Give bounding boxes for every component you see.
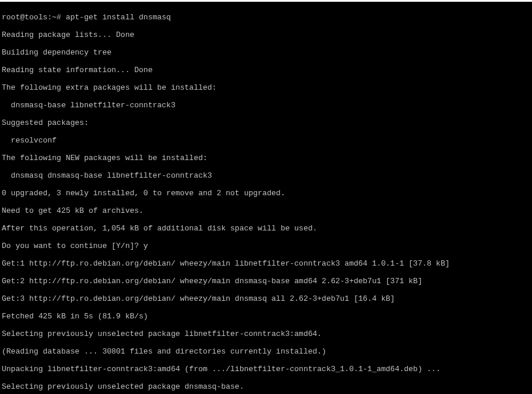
output-line: resolvconf xyxy=(2,136,530,145)
output-line: Suggested packages: xyxy=(2,118,530,127)
output-line: Need to get 425 kB of archives. xyxy=(2,206,530,215)
terminal-output[interactable]: root@tools:~# apt-get install dnsmasq Re… xyxy=(0,2,532,394)
output-line: Get:3 http://ftp.ro.debian.org/debian/ w… xyxy=(2,294,530,303)
output-line: Unpacking libnetfilter-conntrack3:amd64 … xyxy=(2,365,530,373)
output-line: Building dependency tree xyxy=(2,48,530,57)
output-line: dnsmasq-base libnetfilter-conntrack3 xyxy=(2,101,530,110)
output-line: After this operation, 1,054 kB of additi… xyxy=(2,224,530,233)
output-line: Get:2 http://ftp.ro.debian.org/debian/ w… xyxy=(2,277,530,286)
output-line: Fetched 425 kB in 5s (81.9 kB/s) xyxy=(2,312,530,321)
output-line: Selecting previously unselected package … xyxy=(2,382,530,391)
output-line: 0 upgraded, 3 newly installed, 0 to remo… xyxy=(2,189,530,198)
output-line: The following extra packages will be ins… xyxy=(2,83,530,92)
output-line: Get:1 http://ftp.ro.debian.org/debian/ w… xyxy=(2,259,530,268)
command-text: apt-get install dnsmasq xyxy=(66,13,170,22)
output-line: Reading state information... Done xyxy=(2,66,530,74)
output-line: dnsmasq dnsmasq-base libnetfilter-conntr… xyxy=(2,171,530,180)
output-line: (Reading database ... 30801 files and di… xyxy=(2,347,530,356)
output-line: The following NEW packages will be insta… xyxy=(2,154,530,162)
output-line: Selecting previously unselected package … xyxy=(2,330,530,338)
shell-prompt: root@tools:~# xyxy=(2,13,66,22)
prompt-line: root@tools:~# apt-get install dnsmasq xyxy=(2,13,530,22)
output-line: Reading package lists... Done xyxy=(2,30,530,39)
output-line: Do you want to continue [Y/n]? y xyxy=(2,242,530,250)
